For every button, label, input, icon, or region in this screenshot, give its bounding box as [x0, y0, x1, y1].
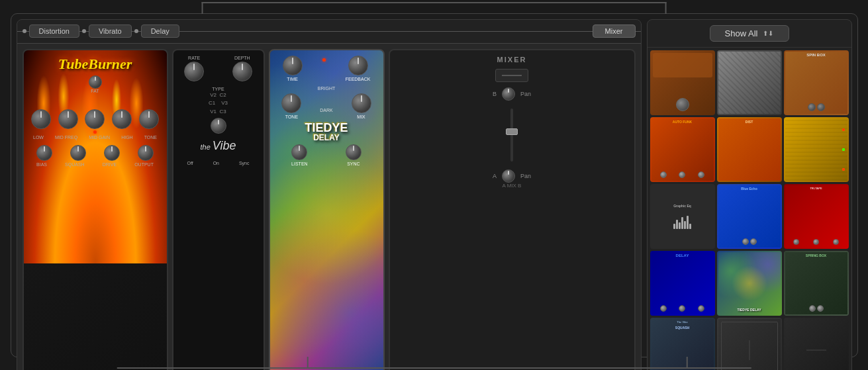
mix-knob-group: MIX — [352, 93, 371, 119]
dark-label: DARK — [320, 108, 332, 113]
a-pan-knob[interactable] — [502, 169, 515, 183]
tiedye-title: TIEDYEDELAY — [305, 122, 348, 142]
pedal-mixer: MIXER B Pan A — [389, 49, 636, 371]
tone-knob-group: TONE — [281, 93, 301, 119]
sync-knob-group: SYNC — [346, 144, 362, 166]
thumb-spring-box[interactable]: SPRING BOX — [784, 251, 849, 316]
pedal-tubeburner: TubeBurner FAT — [23, 49, 168, 371]
tab-distortion[interactable]: Distortion — [29, 24, 79, 38]
midgain-label: MID GAIN — [89, 135, 110, 140]
midfreq-knob-group — [58, 109, 78, 134]
sync-label-vibe: Sync — [239, 161, 250, 165]
mixer-b-row: B Pan — [395, 87, 629, 101]
mixer-title: MIXER — [497, 56, 527, 64]
bias-knob-group — [36, 145, 52, 161]
chain-bar: Distortion Vibrato Delay Mixer — [17, 20, 641, 44]
output-knob[interactable] — [138, 145, 154, 161]
a-label: A — [493, 173, 497, 179]
depth-knob-group: DEPTH — [232, 56, 252, 81]
fat-knob[interactable]: FAT — [89, 75, 102, 93]
depth-label: DEPTH — [234, 56, 250, 60]
thumb-blank-2[interactable] — [784, 318, 849, 371]
off-label: Off — [187, 161, 193, 165]
thumb-blank-1[interactable] — [717, 318, 782, 371]
dropdown-arrow-icon: ⬆⬇ — [763, 30, 773, 37]
listen-label: LISTEN — [291, 162, 308, 166]
tab-mixer[interactable]: Mixer — [593, 24, 636, 38]
output-knob-group — [138, 145, 154, 161]
bias-knob[interactable] — [36, 145, 52, 161]
fader-handle[interactable] — [506, 128, 518, 135]
thumb-tri-tape[interactable]: TRI-TAPE — [784, 184, 849, 249]
listen-knob[interactable] — [291, 144, 307, 160]
midgain-knob[interactable] — [85, 109, 105, 129]
sync-knob[interactable] — [346, 144, 362, 160]
pan-label-b: Pan — [520, 91, 531, 97]
b-pan-knob[interactable] — [502, 87, 515, 101]
high-knob[interactable] — [112, 109, 132, 129]
time-knob-group: TIME — [283, 56, 303, 81]
high-knob-group — [112, 109, 132, 134]
show-all-label: Show All — [725, 28, 758, 38]
thumb-wah-2[interactable] — [784, 117, 849, 182]
tiedye-led — [322, 58, 326, 62]
squash-knob-group — [70, 145, 86, 161]
chain-dot-start — [23, 29, 26, 33]
midfreq-knob[interactable] — [58, 109, 78, 129]
squash-label: SQUASH — [65, 162, 85, 167]
drive-knob[interactable] — [104, 145, 120, 161]
depth-knob[interactable] — [232, 62, 252, 81]
mixer-fader-area: B Pan A Pan — [395, 87, 629, 183]
thumb-blue-echo[interactable]: Blue Echo — [717, 184, 782, 249]
drive-knob-group — [104, 145, 120, 161]
mixer-a-row: A Pan — [395, 169, 629, 183]
feedback-knob[interactable] — [348, 56, 368, 75]
pedal-vibe: RATE DEPTH TYPE — [172, 49, 265, 371]
thumb-autofunk[interactable]: AUTO FUNK — [650, 117, 715, 182]
pedals-area: TubeBurner FAT — [17, 44, 641, 371]
midgain-knob-group — [85, 109, 105, 134]
squash-knob[interactable] — [70, 145, 86, 161]
listen-knob-group: LISTEN — [291, 144, 308, 166]
thumb-orange-dist[interactable]: DIST — [717, 117, 782, 182]
tab-delay[interactable]: Delay — [141, 24, 179, 38]
time-knob[interactable] — [283, 56, 303, 75]
thumb-squash[interactable]: The Vibe SQUASH COMPRESSION — [650, 318, 715, 371]
type-knob[interactable] — [211, 118, 226, 134]
thumb-delay-blue[interactable]: DELAY — [650, 251, 715, 316]
show-all-dropdown[interactable]: Show All ⬆⬇ — [710, 25, 789, 42]
bias-label: BIAS — [36, 162, 47, 167]
thumb-wah[interactable] — [717, 50, 782, 115]
sync-label-tiedye: SYNC — [347, 162, 360, 166]
time-label: TIME — [287, 77, 298, 81]
rate-label: RATE — [188, 56, 200, 60]
thumb-roller-wah[interactable] — [650, 50, 715, 115]
tone-knob[interactable] — [139, 109, 159, 129]
high-label: HIGH — [121, 135, 133, 140]
thumb-tiedye-delay[interactable]: TIEDYE DELAY — [717, 251, 782, 316]
on-label: On — [213, 161, 219, 165]
low-knob[interactable] — [31, 109, 51, 129]
thumb-spinbox[interactable]: SPIN BOX — [784, 50, 849, 115]
b-label: B — [493, 91, 497, 97]
bright-label: BRIGHT — [318, 86, 335, 91]
browser-grid: SPIN BOX AUTO FUNK — [648, 48, 851, 371]
chain-dot-2 — [134, 29, 138, 33]
tone-knob-tiedye[interactable] — [281, 93, 301, 113]
fat-knob-control[interactable] — [89, 75, 102, 89]
feedback-knob-group: FEEDBACK — [346, 56, 371, 81]
pedalboard-panel: Distortion Vibrato Delay Mixer TubeBurne… — [17, 19, 642, 371]
mix-knob[interactable] — [352, 93, 371, 113]
tab-vibrato[interactable]: Vibrato — [89, 24, 132, 38]
chain-dot-1 — [82, 29, 86, 33]
tone-knob-group — [139, 109, 159, 134]
pan-label-a: Pan — [520, 173, 531, 179]
rate-knob[interactable] — [184, 62, 204, 81]
type-label: TYPE — [212, 87, 224, 91]
browser-panel: Show All ⬆⬇ — [647, 19, 852, 371]
tone-label: TONE — [144, 135, 157, 140]
fader-track[interactable] — [510, 109, 513, 162]
tubeburner-title: TubeBurner — [58, 56, 132, 73]
pedalboard-container: Distortion Vibrato Delay Mixer TubeBurne… — [11, 13, 858, 357]
thumb-graphic-eq[interactable]: Graphic Eq — [650, 184, 715, 249]
